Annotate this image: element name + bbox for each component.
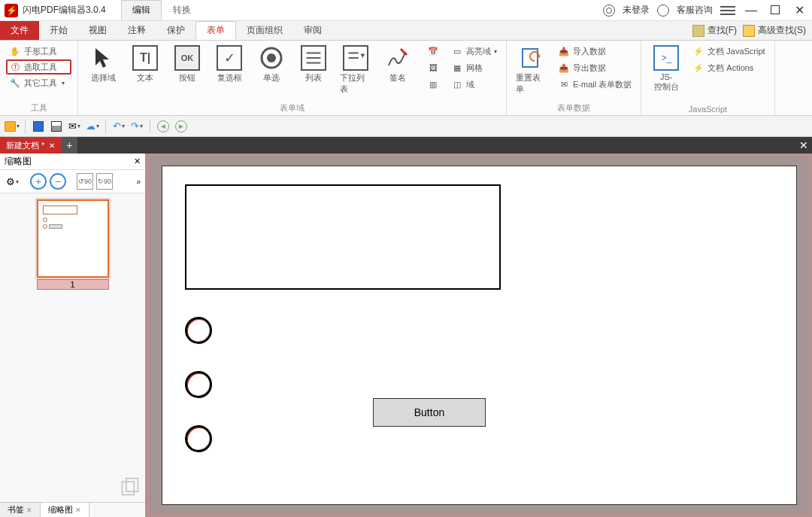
hamburger-icon[interactable] xyxy=(720,6,735,15)
list-icon xyxy=(301,45,326,71)
mail-button[interactable]: ✉ xyxy=(67,119,82,134)
form-button[interactable]: Button xyxy=(373,398,486,427)
close-panel-icon[interactable]: ✕ xyxy=(134,157,141,166)
minimize-button[interactable]: — xyxy=(743,4,759,17)
thumbnail-page[interactable]: 1 xyxy=(37,199,109,290)
mail-icon: ✉ xyxy=(68,120,77,132)
form-text-field[interactable] xyxy=(185,184,501,290)
barcode-tool[interactable]: ▥ xyxy=(424,77,442,92)
open-button[interactable] xyxy=(5,119,20,134)
save-icon xyxy=(33,121,44,132)
domain-tool[interactable]: ◫域 xyxy=(448,77,500,92)
folder-icon xyxy=(5,121,16,132)
email-form-data[interactable]: ✉E-mail 表单数据 xyxy=(555,77,635,92)
select-tool[interactable]: Ⓣ选取工具 xyxy=(6,59,71,75)
quick-access-bar: ✉ ☁ ↶ ↷ ◄ ► xyxy=(0,116,812,137)
hand-tool[interactable]: ✋手形工具 xyxy=(6,44,71,59)
doc-javascript[interactable]: ⚡文档 JavaScript xyxy=(689,44,768,59)
export-data[interactable]: 📤导出数据 xyxy=(555,60,635,75)
pdf-page: Button xyxy=(162,166,797,505)
lightning-icon: ⚡ xyxy=(692,62,704,74)
close-button[interactable]: ✕ xyxy=(791,3,807,17)
image-tool[interactable]: 🖼 xyxy=(424,60,442,75)
find-button[interactable]: 查找(F) xyxy=(692,24,737,37)
prev-page-button[interactable]: ◄ xyxy=(156,119,171,134)
maximize-button[interactable] xyxy=(767,4,783,17)
undo-button[interactable]: ↶ xyxy=(111,119,126,134)
form-radio-3[interactable] xyxy=(185,425,212,452)
add-tab-button[interactable]: + xyxy=(61,137,77,154)
save-button[interactable] xyxy=(31,119,46,134)
tab-start[interactable]: 开始 xyxy=(39,21,78,40)
main-area: 缩略图 ✕ ⚙ + − ↺90 ↻90 » 1 书签✕ xyxy=(0,154,812,517)
svg-point-1 xyxy=(267,53,276,62)
advanced-find-button[interactable]: 高级查找(S) xyxy=(743,24,806,37)
email-icon: ✉ xyxy=(558,78,570,90)
gear-icon: ⚙ xyxy=(6,176,15,187)
tab-file[interactable]: 文件 xyxy=(0,21,39,40)
rotate-ccw[interactable]: ↺90 xyxy=(77,173,93,190)
group-label-js: JavaScript xyxy=(647,105,768,115)
button-field-button[interactable]: OK按钮 xyxy=(168,44,206,85)
wrench-icon: 🔧 xyxy=(9,77,21,89)
form-radio-2[interactable] xyxy=(185,371,212,398)
print-button[interactable] xyxy=(49,119,64,134)
signature-field-button[interactable]: 签名 xyxy=(379,44,417,85)
circle-left-icon: ◄ xyxy=(157,120,169,132)
sidetab-bookmarks[interactable]: 书签✕ xyxy=(0,503,41,517)
thumb-options[interactable]: ⚙ xyxy=(5,174,20,189)
canvas[interactable]: Button xyxy=(147,154,812,517)
document-tab[interactable]: 新建文档 * ✕ xyxy=(0,137,61,154)
calendar-tool[interactable]: 📅 xyxy=(424,44,442,59)
doc-actions[interactable]: ⚡文档 Actions xyxy=(689,60,768,75)
next-page-button[interactable]: ► xyxy=(174,119,189,134)
cloud-button[interactable]: ☁ xyxy=(85,119,100,134)
calendar-icon: 📅 xyxy=(427,45,439,57)
radio-field-button[interactable]: 单选 xyxy=(253,44,290,85)
circle-right-icon: ► xyxy=(175,120,187,132)
tab-view[interactable]: 视图 xyxy=(78,21,117,40)
grid-toggle[interactable]: ▦网格 xyxy=(448,60,500,75)
reset-form-button[interactable]: 重置表单 xyxy=(513,44,550,96)
tab-form[interactable]: 表单 xyxy=(195,21,236,40)
redo-button[interactable]: ↷ xyxy=(129,119,144,134)
redo-icon: ↷ xyxy=(131,120,139,132)
group-label-formdata: 表单数据 xyxy=(513,102,635,115)
close-all-tabs-button[interactable]: ✕ xyxy=(795,137,812,154)
group-label-formfield: 表单域 xyxy=(84,102,500,115)
other-tools[interactable]: 🔧其它工具▾ xyxy=(6,75,71,90)
login-status[interactable]: 未登录 xyxy=(623,4,650,17)
form-radio-1[interactable] xyxy=(185,317,212,344)
tab-protect[interactable]: 保护 xyxy=(156,21,195,40)
zoom-out-thumb[interactable]: − xyxy=(50,173,66,190)
text-field-button[interactable]: T|文本 xyxy=(126,44,164,85)
checkbox-field-button[interactable]: ✓复选框 xyxy=(211,44,248,85)
barcode-icon: ▥ xyxy=(427,78,439,90)
tab-pageorg[interactable]: 页面组织 xyxy=(236,21,293,40)
sidetab-thumbnails[interactable]: 缩略图✕ xyxy=(41,503,89,517)
highlight-field[interactable]: ▭高亮域▾ xyxy=(448,44,500,59)
js-console-button[interactable]: >_JS- 控制台 xyxy=(647,44,685,94)
zoom-in-thumb[interactable]: + xyxy=(30,173,47,190)
import-data[interactable]: 📥导入数据 xyxy=(555,44,635,59)
app-title: 闪电PDF编辑器3.0.4 xyxy=(23,4,106,17)
cloud-icon: ☁ xyxy=(86,120,95,132)
select-field-button[interactable]: 选择域 xyxy=(84,44,122,85)
find-icon xyxy=(692,25,704,37)
tab-annotate[interactable]: 注释 xyxy=(117,21,156,40)
close-icon[interactable]: ✕ xyxy=(75,506,81,514)
highlight-icon: ▭ xyxy=(451,45,463,57)
dropdown-field-button[interactable]: 下拉列表 xyxy=(337,44,374,96)
tab-review[interactable]: 审阅 xyxy=(293,21,332,40)
close-icon[interactable]: ✕ xyxy=(26,506,32,514)
list-field-button[interactable]: 列表 xyxy=(295,44,332,85)
document-tabs: 新建文档 * ✕ + ✕ xyxy=(0,137,812,154)
rotate-cw[interactable]: ↻90 xyxy=(96,173,113,190)
mode-tab-convert[interactable]: 转换 xyxy=(162,0,202,20)
mode-tab-edit[interactable]: 编辑 xyxy=(121,0,162,20)
customer-service[interactable]: 客服咨询 xyxy=(677,4,713,17)
close-tab-icon[interactable]: ✕ xyxy=(49,141,55,150)
expand-icon[interactable]: » xyxy=(136,178,141,186)
app-logo-icon: ⚡ xyxy=(5,4,18,17)
side-panel: 缩略图 ✕ ⚙ + − ↺90 ↻90 » 1 书签✕ xyxy=(0,154,147,517)
